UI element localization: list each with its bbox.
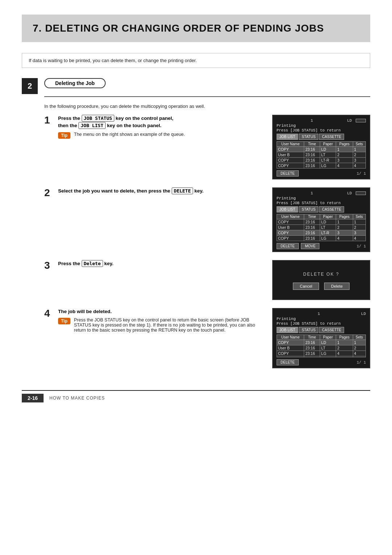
kbd-return-4: RETURN [159,328,177,333]
sub-step-4-left: 4 The job will be deleted. Tip Press the… [44,308,266,336]
screen-1-delete-btn[interactable]: DELETE [277,170,299,177]
sub-step-1-num: 1 [44,115,54,126]
table-row: User B23:16LT22 [277,225,366,230]
screen-1-top: 1 LD [277,118,366,123]
tip-4: Tip Press the JOB STATUS key on the cont… [58,317,266,333]
screen-1-num: 1 [311,118,313,123]
sub-step-3: 3 Press the Delete key. DELETE OK ? Canc… [44,260,370,300]
screen-4-num: 1 [318,312,320,316]
kbd-delete-3: Delete [82,260,103,267]
table-row: COPY23:16LD11 [277,147,366,152]
screen-4-tab-status[interactable]: STATUS [299,327,318,333]
tip-4-label: Tip [58,318,70,324]
table-row: COPY23:16LG44 [277,163,366,169]
screen-1-tab-cassette[interactable]: CASSETTE [319,134,344,140]
sub-step-2-left: 2 Select the job you want to delete, the… [44,187,266,199]
chapter-title: 7. DELETING OR CHANGING ORDER OF PENDING… [33,23,359,34]
sub-step-4-num: 4 [44,308,54,319]
screen-2-th-sets: Sets [353,214,366,219]
screen-2-num: 1 [311,191,313,195]
kbd-job-status-4: JOB STATUS [94,317,122,323]
confirm-screen: DELETE OK ? Cancel Delete [272,260,370,300]
screen-1-ld: LD [347,118,366,123]
screen-4-page-info: 1/ 1 [357,360,366,365]
confirm-cancel-btn[interactable]: Cancel [293,283,319,290]
screen-2-footer: DELETE MOVE 1/ 1 [277,243,366,249]
table-row: COPY23:16LT-R33 [277,230,366,236]
screen-4-tabs: JOB LIST STATUS CASSETTE [277,327,366,333]
screen-2: 1 LD Printing Press [JOB STATUS] to retu… [272,187,370,252]
sub-step-2: 2 Select the job you want to delete, the… [44,187,370,252]
sub-step-2-body: Select the job you want to delete, then … [58,187,266,197]
sub-step-2-text: Select the job you want to delete, then … [58,187,266,195]
tip-4-text: Press the JOB STATUS key on the control … [74,317,266,333]
screen-2-move-btn[interactable]: MOVE [301,243,319,249]
section-label-wrap: Deleting the Job [44,78,370,93]
screen-2-tab-joblist[interactable]: JOB LIST [277,206,298,212]
screen-1: 1 LD Printing Press [JOB STATUS] to retu… [272,115,370,179]
screen-2-press: Press [JOB STATUS] to return [277,201,366,205]
screen-2-ld: LD [347,191,366,195]
sub-step-3-left: 3 Press the Delete key. [44,260,266,271]
section-num-box: 2 [22,78,38,94]
page: 7. DELETING OR CHANGING ORDER OF PENDING… [0,0,392,555]
main-section: 2 Deleting the Job In the following proc… [22,78,370,376]
sub-step-4-text: The job will be deleted. [58,308,266,315]
screen-1-th-paper: Paper [320,142,336,147]
screen-1-th-time: Time [304,142,320,147]
table-row: COPY23:16LG44 [277,351,366,356]
separator [44,96,370,97]
screen-1-tabs: JOB LIST STATUS CASSETTE [277,134,366,140]
sub-step-4-body: The job will be deleted. Tip Press the J… [58,308,266,336]
confirm-delete-btn[interactable]: Delete [324,283,350,290]
screen-2-th-username: User Name [277,214,304,219]
screen-1-printing: Printing [277,123,366,128]
table-row: COPY23:16LG44 [277,236,366,241]
screen-1-footer: DELETE 1/ 1 [277,170,366,177]
table-row: COPY23:16LD11 [277,340,366,345]
screen-1-tab-joblist[interactable]: JOB LIST [277,134,298,140]
screen-4-top: 1 LD [277,312,366,316]
screen-2-th-paper: Paper [320,214,336,219]
screen-2-top: 1 LD [277,191,366,195]
confirm-btns: Cancel Delete [293,283,350,290]
screen-4-tab-joblist[interactable]: JOB LIST [277,327,298,333]
sub-step-1-body: Press the JOB STATUS key on the control … [58,115,266,142]
table-row: User B23:16LT22 [277,345,366,351]
screen-2-printing: Printing [277,196,366,200]
screen-4-th-pages: Pages [336,335,353,340]
screen-2-tab-cassette[interactable]: CASSETTE [319,206,344,212]
screen-4-press: Press [JOB STATUS] to return [277,321,366,326]
intro-box: If data is waiting to be printed, you ca… [22,53,370,68]
screen-2-th-time: Time [304,214,320,219]
sub-step-3-num: 3 [44,260,54,271]
section-num-col: 2 [22,78,38,94]
sub-step-1-text: Press the JOB STATUS key on the control … [58,115,266,130]
intro-text: If data is waiting to be printed, you ca… [29,58,197,63]
screen-1-th-sets: Sets [353,142,366,147]
screen-4-tab-cassette[interactable]: CASSETTE [319,327,344,333]
tip-1-label: Tip [58,132,70,139]
screen-2-tab-status[interactable]: STATUS [299,206,318,212]
sub-step-3-text: Press the Delete key. [58,260,266,267]
screen-1-tab-status[interactable]: STATUS [299,134,318,140]
sub-step-3-body: Press the Delete key. [58,260,266,270]
sub-step-2-num: 2 [44,187,54,199]
tip-1-text: The menu on the right shows an example o… [74,132,185,137]
tip-1: Tip The menu on the right shows an examp… [58,132,266,139]
screen-1-page-info: 1/ 1 [357,171,366,176]
screen-4-th-time: Time [304,335,320,340]
sub-step-4: 4 The job will be deleted. Tip Press the… [44,308,370,368]
sub-step-1-left: 1 Press the JOB STATUS key on the contro… [44,115,266,142]
screen-4: 1 LD Printing Press [JOB STATUS] to retu… [272,308,370,368]
chapter-header: 7. DELETING OR CHANGING ORDER OF PENDING… [22,15,370,42]
screen-4-table: User Name Time Paper Pages Sets COPY23:1… [277,335,366,357]
screen-4-th-sets: Sets [353,335,366,340]
screen-4-delete-btn[interactable]: DELETE [277,359,299,365]
screen-2-tabs: JOB LIST STATUS CASSETTE [277,206,366,212]
screen-2-delete-btn[interactable]: DELETE [277,243,299,249]
kbd-job-status-1: JOB STATUS [82,115,114,122]
section-body: Deleting the Job In the following proced… [38,78,370,376]
table-row: User B23:16LT22 [277,152,366,158]
screen-4-ld: LD [361,312,366,316]
